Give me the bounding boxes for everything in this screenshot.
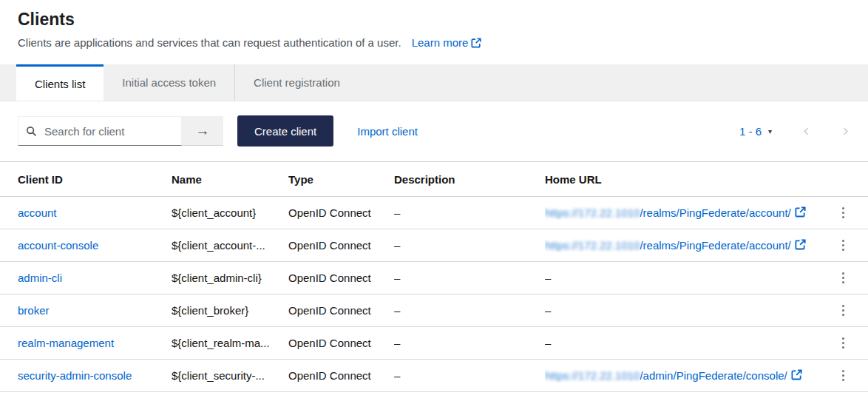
- table-row: realm-management ${client_realm-ma... Op…: [0, 327, 868, 360]
- clients-table: Client ID Name Type Description Home URL…: [0, 161, 868, 392]
- home-url-redacted: https://172.22.1010: [545, 206, 640, 219]
- client-id-link[interactable]: admin-cli: [18, 272, 62, 284]
- home-url-empty: –: [545, 337, 551, 349]
- client-description: –: [394, 337, 545, 349]
- column-header-home-url: Home URL: [545, 173, 828, 186]
- client-name: ${client_realm-ma...: [172, 337, 288, 349]
- kebab-menu-button[interactable]: [836, 237, 851, 255]
- column-header-type: Type: [288, 173, 394, 186]
- client-name: ${client_broker}: [172, 304, 288, 317]
- client-name: ${client_admin-cli}: [172, 272, 288, 284]
- learn-more-label: Learn more: [412, 36, 469, 49]
- pagination-range-dropdown[interactable]: 1 - 6▾: [739, 125, 772, 138]
- chevron-left-icon: [801, 127, 811, 136]
- table-row: admin-cli ${client_admin-cli} OpenID Con…: [0, 262, 868, 294]
- column-header-client-id: Client ID: [18, 173, 172, 186]
- client-type: OpenID Connect: [288, 304, 394, 317]
- client-id-link[interactable]: broker: [18, 304, 50, 317]
- client-type: OpenID Connect: [288, 239, 394, 252]
- kebab-menu-button[interactable]: [836, 269, 851, 287]
- external-link-icon: [795, 239, 806, 252]
- client-name: ${client_account-...: [172, 239, 288, 252]
- external-link-icon: [795, 206, 806, 220]
- client-type: OpenID Connect: [288, 337, 394, 349]
- pagination-range-label: 1 - 6: [739, 125, 762, 138]
- client-type: OpenID Connect: [288, 206, 394, 219]
- table-header-row: Client ID Name Type Description Home URL: [0, 162, 868, 197]
- column-header-name: Name: [172, 173, 288, 186]
- search-group: →: [18, 116, 223, 146]
- table-row: broker ${client_broker} OpenID Connect –…: [0, 294, 868, 327]
- page-description-text: Clients are applications and services th…: [18, 36, 401, 49]
- client-name: ${client_security-...: [172, 369, 288, 382]
- table-toolbar: → Create client Import client 1 - 6▾: [0, 101, 868, 161]
- create-client-button[interactable]: Create client: [237, 115, 333, 147]
- home-url-empty: –: [545, 304, 551, 317]
- caret-down-icon: ▾: [768, 127, 772, 135]
- table-row: account ${client_account} OpenID Connect…: [0, 197, 868, 229]
- client-description: –: [394, 206, 545, 219]
- pagination-next-button[interactable]: [841, 127, 850, 136]
- chevron-right-icon: [841, 127, 850, 136]
- client-description: –: [394, 369, 545, 382]
- table-row: security-admin-console ${client_security…: [0, 360, 868, 392]
- search-icon: [26, 126, 37, 137]
- arrow-right-icon: →: [196, 123, 210, 138]
- search-submit-button[interactable]: →: [182, 116, 223, 146]
- client-id-link[interactable]: account-console: [18, 239, 98, 252]
- column-header-description: Description: [394, 173, 545, 186]
- client-id-link[interactable]: realm-management: [18, 337, 114, 349]
- tab-bar: Clients list Initial access token Client…: [0, 64, 868, 101]
- kebab-menu-button[interactable]: [836, 334, 851, 352]
- client-name: ${client_account}: [172, 206, 288, 219]
- search-input[interactable]: [43, 124, 174, 138]
- kebab-menu-button[interactable]: [836, 204, 851, 222]
- client-description: –: [394, 272, 545, 284]
- pagination-prev-button[interactable]: [801, 127, 811, 136]
- external-link-icon: [791, 369, 802, 383]
- kebab-menu-button[interactable]: [836, 302, 851, 320]
- home-url-link[interactable]: /realms/PingFederate/account/: [640, 239, 790, 252]
- import-client-link[interactable]: Import client: [357, 125, 418, 138]
- page-description: Clients are applications and services th…: [18, 36, 850, 50]
- page-header: Clients Clients are applications and ser…: [0, 0, 868, 50]
- home-url-redacted: https://172.22.1010: [545, 239, 640, 252]
- client-id-link[interactable]: account: [18, 206, 57, 219]
- home-url-redacted: https://172.22.1010: [545, 369, 640, 382]
- external-link-icon: [471, 38, 481, 50]
- home-url-empty: –: [545, 272, 551, 284]
- tab-clients-list[interactable]: Clients list: [16, 64, 104, 101]
- client-id-link[interactable]: security-admin-console: [18, 369, 132, 382]
- learn-more-link[interactable]: Learn more: [412, 36, 482, 49]
- tab-initial-access-token[interactable]: Initial access token: [104, 64, 234, 101]
- home-url-link[interactable]: /realms/PingFederate/account/: [640, 206, 790, 219]
- client-description: –: [394, 304, 545, 317]
- client-type: OpenID Connect: [288, 272, 394, 284]
- client-type: OpenID Connect: [288, 369, 394, 382]
- client-description: –: [394, 239, 545, 252]
- kebab-menu-button[interactable]: [836, 367, 851, 385]
- tab-client-registration[interactable]: Client registration: [234, 64, 359, 101]
- table-row: account-console ${client_account-... Ope…: [0, 229, 868, 262]
- pagination: 1 - 6▾: [739, 125, 850, 138]
- search-box: [18, 116, 182, 146]
- page-title: Clients: [18, 10, 850, 30]
- home-url-link[interactable]: /admin/PingFederate/console/: [640, 369, 787, 382]
